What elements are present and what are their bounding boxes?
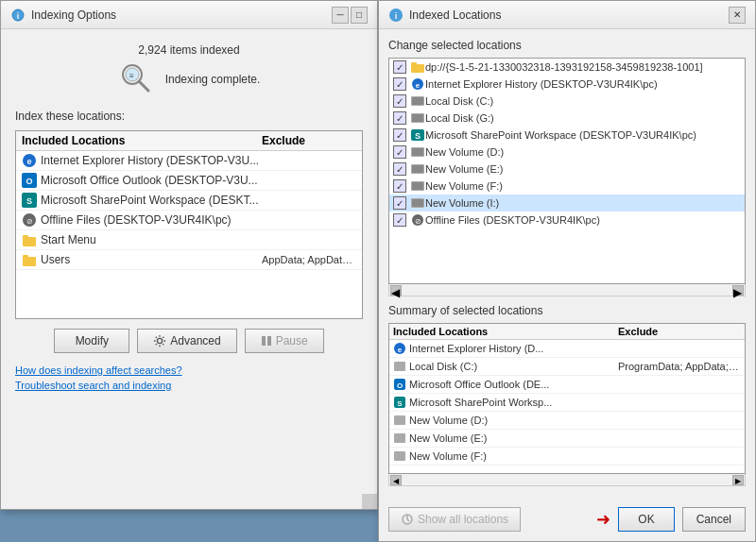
tree-item[interactable]: ✓ e Internet Explorer History (DESKTOP-V… (389, 76, 745, 93)
summary-row-name: New Volume (D:) (409, 415, 618, 426)
summary-label: Summary of selected locations (388, 304, 746, 317)
cancel-button[interactable]: Cancel (682, 507, 746, 532)
scroll-left-btn[interactable]: ◀ (390, 475, 402, 485)
svg-rect-52 (394, 451, 405, 461)
summary-row-name: Microsoft Office Outlook (DE... (409, 379, 618, 390)
disk-icon (393, 414, 406, 427)
exclude-header: Exclude (262, 134, 356, 147)
tree-item[interactable]: ✓ ⊘ Offline Files (DESKTOP-V3UR4IK\pc) (389, 212, 745, 229)
tree-checkbox[interactable]: ✓ (393, 162, 406, 176)
summary-row[interactable]: New Volume (F:) (389, 448, 745, 466)
tree-checkbox[interactable]: ✓ (393, 94, 406, 108)
items-count: 2,924 items indexed (15, 43, 363, 57)
svg-rect-17 (23, 255, 28, 259)
troubleshoot-link[interactable]: Troubleshoot search and indexing (15, 380, 363, 391)
svg-rect-28 (412, 97, 423, 105)
disk-icon (410, 162, 425, 176)
right-close-button[interactable]: ✕ (729, 7, 746, 24)
summary-header: Included Locations Exclude (389, 324, 745, 340)
disk-icon (410, 145, 425, 159)
right-window-title: Indexed Locations (409, 8, 501, 22)
table-row[interactable]: ⊘ Offline Files (DESKTOP-V3UR4IK\pc) (16, 211, 362, 230)
how-affects-link[interactable]: How does indexing affect searches? (15, 364, 363, 376)
svg-text:O: O (26, 177, 32, 186)
tree-checkbox[interactable]: ✓ (393, 111, 406, 125)
locations-tree[interactable]: ✓ dp://{S-1-5-21-1330032318-1393192158-3… (388, 58, 746, 284)
summary-row[interactable]: New Volume (D:) (389, 412, 745, 430)
tree-item[interactable]: ✓ dp://{S-1-5-21-1330032318-1393192158-3… (389, 59, 745, 76)
left-resize-handle[interactable] (362, 494, 377, 509)
advanced-button[interactable]: Advanced (137, 329, 236, 353)
tree-checkbox[interactable]: ✓ (393, 213, 406, 227)
indexing-status-area: ≡ Indexing complete. (15, 60, 363, 98)
summary-row-name: New Volume (E:) (409, 432, 618, 444)
row-name: Microsoft SharePoint Workspace (DESKT... (41, 194, 262, 207)
tree-item[interactable]: ✓ New Volume (F:) (389, 178, 745, 195)
table-row[interactable]: Start Menu (16, 230, 362, 250)
tree-item[interactable]: ✓ New Volume (D:) (389, 144, 745, 161)
scroll-right-btn[interactable]: ▶ (732, 475, 744, 485)
left-title-bar-left: i Indexing Options (10, 8, 116, 23)
disk-icon (393, 360, 406, 373)
indexing-window-icon: i (10, 8, 26, 23)
show-locations-icon (401, 513, 414, 526)
left-bottom-buttons: Modify Advanced Pause (15, 329, 363, 353)
svg-text:≡: ≡ (129, 72, 134, 80)
show-all-locations-button[interactable]: Show all locations (388, 507, 521, 532)
row-name: Microsoft Office Outlook (DESKTOP-V3U... (41, 174, 262, 187)
tree-item[interactable]: ✓ Local Disk (C:) (389, 93, 745, 110)
tree-item[interactable]: ✓ Local Disk (G:) (389, 110, 745, 127)
ok-button[interactable]: OK (618, 507, 674, 532)
modify-button[interactable]: Modify (54, 329, 129, 353)
tree-checkbox[interactable]: ✓ (393, 196, 406, 210)
svg-point-18 (158, 338, 163, 343)
svg-rect-20 (267, 336, 271, 346)
tree-checkbox[interactable]: ✓ (393, 60, 406, 74)
summary-row[interactable]: e Internet Explorer History (D... (389, 340, 745, 358)
table-row[interactable]: S Microsoft SharePoint Workspace (DESKT.… (16, 191, 362, 211)
scroll-left-btn[interactable]: ◀ (390, 285, 402, 296)
summary-horiz-scrollbar[interactable]: ◀ ▶ (388, 474, 746, 486)
outlook-icon: O (393, 378, 406, 391)
svg-text:S: S (415, 131, 421, 141)
tree-item[interactable]: ✓ New Volume (E:) (389, 161, 745, 178)
locations-table[interactable]: Included Locations Exclude e Internet Ex… (15, 130, 363, 319)
svg-text:e: e (26, 157, 31, 166)
svg-text:S: S (26, 196, 32, 206)
tree-checkbox[interactable]: ✓ (393, 179, 406, 193)
disk-icon (393, 432, 406, 445)
svg-rect-40 (412, 199, 423, 207)
pause-button[interactable]: Pause (245, 329, 324, 353)
ie-icon: e (410, 77, 425, 91)
tree-item-selected[interactable]: ✓ New Volume (I:) (389, 195, 745, 212)
row-name: Users (41, 253, 262, 266)
table-row[interactable]: e Internet Explorer History (DESKTOP-V3U… (16, 151, 362, 171)
tree-checkbox[interactable]: ✓ (393, 128, 406, 142)
left-window-content: 2,924 items indexed ≡ Indexing complete.… (1, 29, 377, 409)
scroll-right-btn[interactable]: ▶ (732, 285, 744, 296)
outlook-icon: O (22, 173, 37, 188)
summary-row[interactable]: Local Disk (C:) ProgramData; AppData; Ap… (389, 358, 745, 376)
left-minimize-button[interactable]: ─ (332, 7, 349, 24)
tree-checkbox[interactable]: ✓ (393, 145, 406, 159)
tree-checkbox[interactable]: ✓ (393, 77, 406, 91)
svg-text:i: i (395, 11, 398, 21)
arrow-icon: ➜ (596, 509, 610, 530)
summary-table[interactable]: Included Locations Exclude e Internet Ex… (388, 323, 746, 474)
svg-rect-45 (394, 362, 405, 371)
table-row[interactable]: Users AppData; AppData; AppData (16, 250, 362, 270)
indexed-locations-icon: i (388, 8, 404, 23)
summary-row[interactable]: O Microsoft Office Outlook (DE... (389, 376, 745, 394)
svg-text:⊘: ⊘ (415, 217, 421, 226)
left-maximize-button[interactable]: □ (351, 7, 368, 24)
table-row[interactable]: O Microsoft Office Outlook (DESKTOP-V3U.… (16, 171, 362, 191)
tree-item-text: New Volume (D:) (425, 146, 504, 158)
summary-row[interactable]: S Microsoft SharePoint Worksp... (389, 394, 745, 412)
summary-row[interactable]: New Volume (E:) (389, 430, 745, 448)
svg-rect-15 (23, 235, 28, 239)
tree-item[interactable]: ✓ S Microsoft SharePoint Workspace (DESK… (389, 127, 745, 144)
row-name: Internet Explorer History (DESKTOP-V3U..… (41, 154, 262, 167)
tree-horiz-scrollbar[interactable]: ◀ ▶ (388, 284, 746, 296)
tree-item-text: Local Disk (G:) (425, 112, 494, 124)
indexing-options-window: i Indexing Options ─ □ 2,924 items index… (0, 0, 378, 510)
